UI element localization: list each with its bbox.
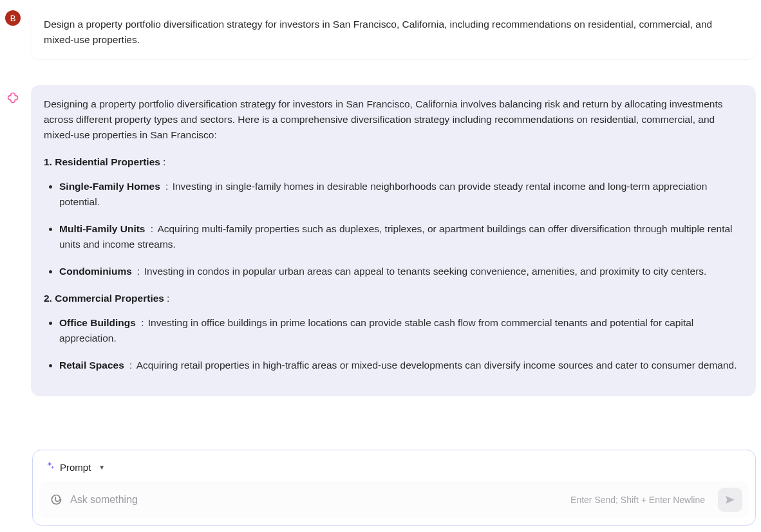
assistant-intro-text: Designing a property portfolio diversifi… (44, 96, 743, 143)
user-message-row: B Design a property portfolio diversific… (5, 5, 756, 59)
user-avatar: B (5, 10, 21, 26)
item-bold: Condominiums (59, 266, 132, 277)
list-item: Office Buildings : Investing in office b… (59, 315, 743, 346)
send-icon (724, 494, 736, 506)
section-heading-text: 1. Residential Properties (44, 156, 160, 167)
section-item-list: Single-Family Homes : Investing in singl… (44, 179, 743, 279)
user-message-bubble: Design a property portfolio diversificat… (31, 5, 756, 59)
prompt-mode-selector[interactable]: Prompt ▼ (39, 458, 749, 481)
assistant-logo-icon (6, 91, 19, 104)
message-input[interactable] (70, 494, 563, 506)
assistant-message-bubble: Designing a property portfolio diversifi… (31, 85, 756, 396)
assistant-avatar (5, 90, 21, 105)
assistant-message-row: Designing a property portfolio diversifi… (5, 85, 756, 396)
attachment-icon[interactable] (50, 493, 62, 506)
user-message-text: Design a property portfolio diversificat… (44, 17, 743, 48)
item-bold: Office Buildings (59, 317, 136, 328)
section-item-list: Office Buildings : Investing in office b… (44, 315, 743, 373)
prompt-label: Prompt (60, 462, 91, 473)
list-item: Retail Spaces : Acquiring retail propert… (59, 358, 743, 373)
chat-scroll-area[interactable]: B Design a property portfolio diversific… (0, 0, 761, 425)
list-item: Condominiums : Investing in condos in po… (59, 264, 743, 279)
item-desc: Acquiring retail properties in high-traf… (136, 360, 737, 371)
input-row: Enter Send; Shift + Enter Newline (39, 481, 749, 518)
section-heading: 1. Residential Properties: (44, 154, 743, 170)
item-bold: Retail Spaces (59, 360, 124, 371)
colon: : (163, 156, 165, 167)
input-hint: Enter Send; Shift + Enter Newline (570, 495, 705, 505)
send-button[interactable] (718, 488, 742, 512)
item-bold: Single-Family Homes (59, 181, 160, 192)
section-heading: 2. Commercial Properties: (44, 291, 743, 306)
composer: Prompt ▼ Enter Send; Shift + Enter Newli… (32, 450, 756, 526)
item-desc: Acquiring multi-family properties such a… (59, 223, 733, 250)
chevron-down-icon: ▼ (99, 464, 105, 471)
sparkle-icon (44, 461, 55, 473)
list-item: Single-Family Homes : Investing in singl… (59, 179, 743, 210)
item-desc: Investing in condos in popular urban are… (144, 266, 707, 277)
colon: : (167, 293, 169, 304)
section-heading-text: 2. Commercial Properties (44, 293, 164, 304)
item-desc: Investing in office buildings in prime l… (59, 317, 693, 344)
list-item: Multi-Family Units : Acquiring multi-fam… (59, 221, 743, 252)
item-bold: Multi-Family Units (59, 223, 145, 234)
